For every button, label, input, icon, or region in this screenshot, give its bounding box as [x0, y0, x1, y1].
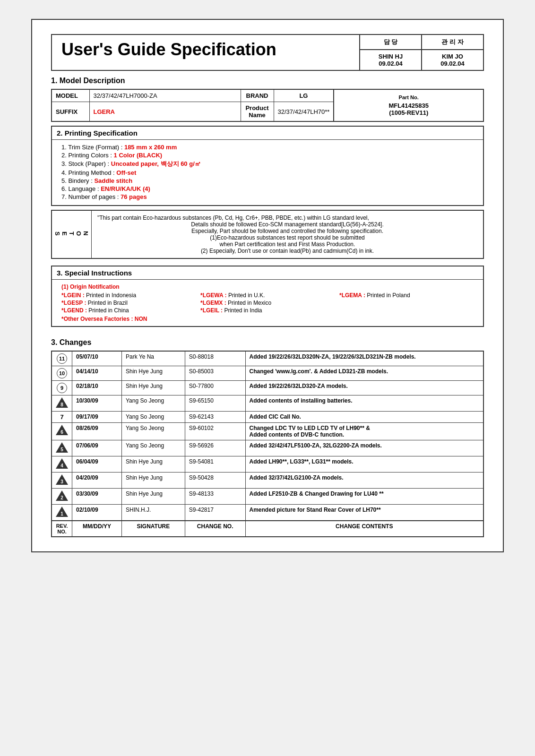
- header-right: 담 당 관 리 자 SHIN HJ09.02.04 KIM JO09.02.04: [360, 35, 483, 70]
- origin-empty1: [339, 300, 474, 306]
- change-row-8: 8 10/30/09 Yang So Jeong S9-65150 Added …: [52, 395, 483, 412]
- no-7: S9-62143: [185, 412, 245, 423]
- model-value: 32/37/42/47LH7000-ZA: [89, 89, 241, 102]
- rev-2: 2: [52, 489, 72, 505]
- contents-9: Added 19/22/26/32LD320-ZA models.: [245, 381, 483, 395]
- rev-1: 1: [52, 505, 72, 521]
- no-8: S9-65150: [185, 395, 245, 412]
- change-row-4: 4 06/04/09 Shin Hye Jung S9-54081 Added …: [52, 456, 483, 472]
- note-line-4: (1)Eco-hazardous substances test report …: [97, 234, 477, 241]
- product-name-label: Product Name: [241, 102, 274, 122]
- model-label: MODEL: [52, 89, 89, 102]
- col2-value: KIM JO09.02.04: [422, 50, 483, 70]
- change-header-row: REV.NO. MM/DD/YY SIGNATURE CHANGE NO. CH…: [52, 521, 483, 537]
- changes-table: 11 05/07/10 Park Ye Na S0-88018 Added 19…: [51, 351, 484, 537]
- no-1: S9-42817: [185, 505, 245, 521]
- change-row-1: 1 02/10/09 SHIN.H.J. S9-42817 Amended pi…: [52, 505, 483, 521]
- main-page: User's Guide Specification 담 당 관 리 자 SHI…: [31, 19, 504, 552]
- origin-title: (1) Origin Notification: [61, 284, 474, 290]
- contents-10: Changed 'www.lg.com'. & Added LD321-ZB m…: [245, 366, 483, 381]
- change-row-2: 2 03/30/09 Shin Hye Jung S9-48133 Added …: [52, 489, 483, 505]
- date-10: 04/14/10: [72, 366, 122, 381]
- suffix-label: SUFFIX: [52, 102, 89, 122]
- printing-section-title: 2. Printing Specification: [52, 127, 483, 140]
- no-4: S9-54081: [185, 456, 245, 472]
- change-row-10: 10 04/14/10 Shin Hye Jung S0-85003 Chang…: [52, 366, 483, 381]
- rev-6: 6: [52, 423, 72, 440]
- origin-lgewa: *LGEWA : Printed in U.K.: [200, 292, 335, 299]
- changes-section-title: 3. Changes: [51, 336, 484, 349]
- date-6: 08/26/09: [72, 423, 122, 440]
- special-section-title: 3. Special Instructions: [52, 266, 483, 280]
- date-4: 06/04/09: [72, 456, 122, 472]
- no-5: S9-56926: [185, 440, 245, 456]
- rev-8: 8: [52, 395, 72, 412]
- origin-empty2: [339, 307, 474, 314]
- date-3: 04/20/09: [72, 472, 122, 489]
- date-9: 02/18/10: [72, 381, 122, 395]
- origin-grid: *LGEIN : Printed in Indonesia *LGEWA : P…: [61, 292, 474, 314]
- no-10: S0-85003: [185, 366, 245, 381]
- sig-header: SIGNATURE: [121, 521, 185, 537]
- notes-label: NOTES: [52, 210, 92, 258]
- spec-1: 1. Trim Size (Format) : 185 mm x 260 mm: [61, 144, 474, 151]
- spec-4: 4. Printing Method : Off-set: [61, 169, 474, 176]
- brand-value: LG: [274, 89, 334, 102]
- part-no-label: Part No.: [338, 94, 479, 100]
- rev-4: 4: [52, 456, 72, 472]
- special-content: (1) Origin Notification *LGEIN : Printed…: [52, 280, 483, 326]
- no-header: CHANGE NO.: [185, 521, 245, 537]
- rev-3: 3: [52, 472, 72, 489]
- no-9: S0-77800: [185, 381, 245, 395]
- contents-1: Amended picture for Stand Rear Cover of …: [245, 505, 483, 521]
- date-11: 05/07/10: [72, 351, 122, 366]
- spec-5: 5. Bindery : Saddle stitch: [61, 177, 474, 184]
- model-table: MODEL 32/37/42/47LH7000-ZA BRAND LG Part…: [51, 89, 484, 122]
- no-3: S9-50428: [185, 472, 245, 489]
- triangle-5: 5: [56, 442, 68, 453]
- header: User's Guide Specification 담 당 관 리 자 SHI…: [51, 34, 484, 71]
- spec-6: 6. Language : EN/RU/KA/UK (4): [61, 185, 474, 192]
- special-section: 3. Special Instructions (1) Origin Notif…: [51, 266, 484, 327]
- sig-9: Shin Hye Jung: [121, 381, 185, 395]
- spec-5-value: Saddle stitch: [94, 177, 132, 184]
- change-row-11: 11 05/07/10 Park Ye Na S0-88018 Added 19…: [52, 351, 483, 366]
- origin-lgeil: *LGEIL : Printed in India: [200, 307, 335, 314]
- contents-4: Added LH90**, LG33**, LG31** models.: [245, 456, 483, 472]
- col1-label: 담 당: [360, 35, 422, 49]
- triangle-6: 6: [56, 425, 68, 435]
- rev-no-header: REV.NO.: [52, 521, 72, 537]
- change-row-5: 5 07/06/09 Yang So Jeong S9-56926 Added …: [52, 440, 483, 456]
- col2-label: 관 리 자: [422, 35, 483, 49]
- sig-6: Yang So Jeong: [121, 423, 185, 440]
- origin-other: *Other Oversea Factories : NON: [61, 316, 474, 322]
- notes-content: "This part contain Eco-hazardous substan…: [92, 210, 484, 258]
- spec-2-value: 1 Color (BLACK): [114, 152, 163, 159]
- sig-10: Shin Hye Jung: [121, 366, 185, 381]
- date-1: 02/10/09: [72, 505, 122, 521]
- sig-3: Shin Hye Jung: [121, 472, 185, 489]
- triangle-2: 2: [56, 490, 68, 501]
- printing-content: 1. Trim Size (Format) : 185 mm x 260 mm …: [52, 140, 483, 205]
- origin-lgesp: *LGESP : Printed in Brazil: [61, 300, 196, 306]
- date-7: 09/17/09: [72, 412, 122, 423]
- date-2: 03/30/09: [72, 489, 122, 505]
- date-header: MM/DD/YY: [72, 521, 122, 537]
- page-title: User's Guide Specification: [61, 40, 350, 60]
- origin-lgend: *LGEND : Printed in China: [61, 307, 196, 314]
- spec-7: 7. Number of pages : 76 pages: [61, 193, 474, 200]
- product-name-value: 32/37/42/47LH70**: [274, 102, 334, 122]
- spec-3: 3. Stock (Paper) : Uncoated paper, 백상지 6…: [61, 160, 474, 168]
- change-row-7: 7 09/17/09 Yang So Jeong S9-62143 Added …: [52, 412, 483, 423]
- contents-2: Added LF2510-ZB & Changed Drawing for LU…: [245, 489, 483, 505]
- contents-6: Changed LDC TV to LED LCD TV of LH90** &…: [245, 423, 483, 440]
- contents-5: Added 32/42/47LF5100-ZA, 32LG2200-ZA mod…: [245, 440, 483, 456]
- sig-8: Yang So Jeong: [121, 395, 185, 412]
- rev-9: 9: [52, 381, 72, 395]
- change-row-9: 9 02/18/10 Shin Hye Jung S0-77800 Added …: [52, 381, 483, 395]
- spec-1-value: 185 mm x 260 mm: [124, 144, 177, 151]
- note-line-1: "This part contain Eco-hazardous substan…: [97, 215, 477, 221]
- triangle-8: 8: [56, 397, 68, 408]
- spec-6-value: EN/RU/KA/UK (4): [101, 185, 150, 192]
- note-line-5: when Part certification test and First M…: [97, 241, 477, 248]
